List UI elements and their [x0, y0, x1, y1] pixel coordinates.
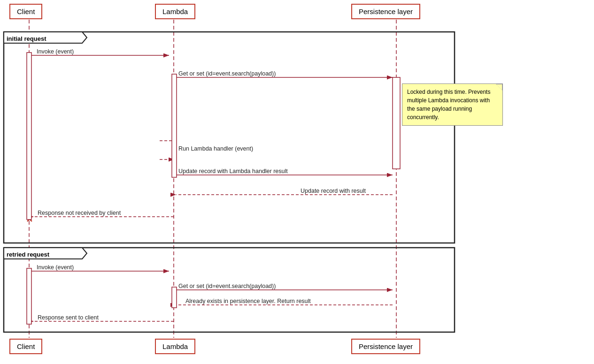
frame-initial-label: initial request [7, 35, 46, 42]
actor-client-bottom: Client [9, 339, 42, 354]
label-already-exists: Already exists in persistence layer. Ret… [185, 298, 311, 304]
label-get-or-set-2: Get or set (id=event.search(payload)) [178, 283, 276, 289]
label-response-sent: Response sent to client [38, 314, 99, 321]
label-invoke-initial: Invoke (event) [37, 48, 74, 55]
actor-persistence-top: Persistence layer [351, 4, 420, 19]
sequence-diagram: ✕ Client Lambda Persistence layer Client… [0, 0, 594, 364]
svg-rect-24 [27, 53, 31, 220]
svg-rect-25 [27, 268, 31, 324]
label-invoke-retried: Invoke (event) [37, 264, 74, 271]
svg-rect-26 [172, 74, 177, 177]
label-get-or-set-1: Get or set (id=event.search(payload)) [178, 70, 276, 77]
label-run-lambda: Run Lambda handler (event) [178, 145, 253, 152]
svg-rect-12 [393, 77, 400, 169]
svg-rect-27 [172, 287, 177, 308]
actor-persistence-bottom: Persistence layer [351, 339, 420, 354]
frame-retried-label: retried request [7, 251, 49, 258]
note-locked: Locked during this time. Prevents multip… [402, 83, 503, 126]
label-response-not-received: Response not received by client [38, 210, 121, 216]
label-update-record: Update record with Lambda handler result [178, 168, 288, 174]
label-update-record-persistence: Update record with result [301, 188, 366, 194]
actor-client-top: Client [9, 4, 42, 19]
actor-lambda-bottom: Lambda [155, 339, 195, 354]
actor-lambda-top: Lambda [155, 4, 195, 19]
